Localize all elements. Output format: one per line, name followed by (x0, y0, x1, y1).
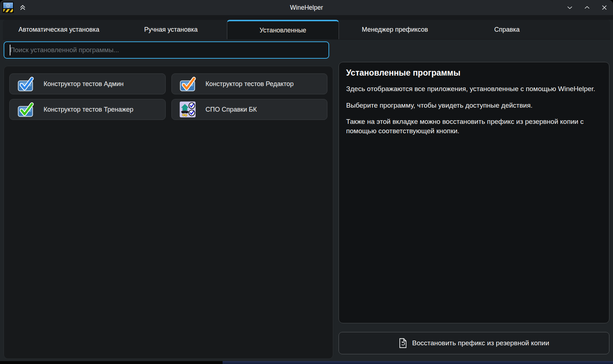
program-label: Конструктор тестов Тренажер (44, 106, 133, 113)
checkbox-blue-check-icon (17, 76, 34, 92)
search-input[interactable] (4, 41, 329, 59)
tab-help[interactable]: Справка (451, 20, 563, 39)
program-button-trainer[interactable]: Конструктор тестов Тренажер (9, 99, 166, 120)
tab-auto-install[interactable]: Автоматическая установка (3, 20, 115, 39)
info-paragraph: Здесь отображаются все приложения, устан… (346, 84, 602, 94)
tab-manual-install[interactable]: Ручная установка (115, 20, 227, 39)
info-panel-title: Установленные программы (346, 68, 602, 78)
screen: ⚙ WineHelper (0, 0, 613, 364)
restore-prefix-button[interactable]: Восстановить префикс из резервной копии (339, 332, 609, 354)
window-title: WineHelper (0, 0, 613, 15)
close-button[interactable] (601, 4, 608, 11)
tab-installed[interactable]: Установленные (227, 20, 339, 39)
program-label: Конструктор тестов Админ (44, 80, 124, 88)
minimize-button[interactable] (566, 4, 573, 11)
document-restore-icon (399, 338, 407, 348)
titlebar-separator (0, 15, 613, 20)
search-wrap (4, 41, 329, 59)
checkbox-orange-check-icon (179, 76, 196, 92)
titlebar[interactable]: ⚙ WineHelper (0, 0, 613, 15)
text-caret (10, 45, 10, 55)
program-button-spo-spravki[interactable]: СПО Справки БК (171, 99, 328, 120)
installed-programs-panel: Конструктор тестов Админ Конструктор тес… (4, 66, 333, 359)
info-paragraph: Также на этой вкладке можно восстановить… (346, 117, 602, 135)
program-button-editor[interactable]: Конструктор тестов Редактор (171, 73, 328, 94)
restore-prefix-label: Восстановить префикс из резервной копии (412, 339, 549, 347)
program-label: Конструктор тестов Редактор (206, 80, 294, 88)
maximize-button[interactable] (583, 4, 591, 11)
x-icon (601, 4, 608, 11)
program-label: СПО Справки БК (206, 106, 257, 113)
info-panel: Установленные программы Здесь отображают… (339, 62, 609, 323)
program-button-admin[interactable]: Конструктор тестов Админ (9, 73, 166, 94)
info-paragraph: Выберите программу, чтобы увидеть доступ… (346, 101, 602, 110)
chevron-up-icon (583, 4, 591, 11)
tab-bar: Автоматическая установка Ручная установк… (3, 20, 610, 40)
house-services-icon (179, 101, 196, 118)
tab-prefix-manager[interactable]: Менеджер префиксов (339, 20, 451, 39)
checkbox-green-check-icon (17, 101, 34, 118)
winehelper-window: ⚙ WineHelper (0, 0, 613, 361)
chevron-down-icon (566, 4, 573, 11)
